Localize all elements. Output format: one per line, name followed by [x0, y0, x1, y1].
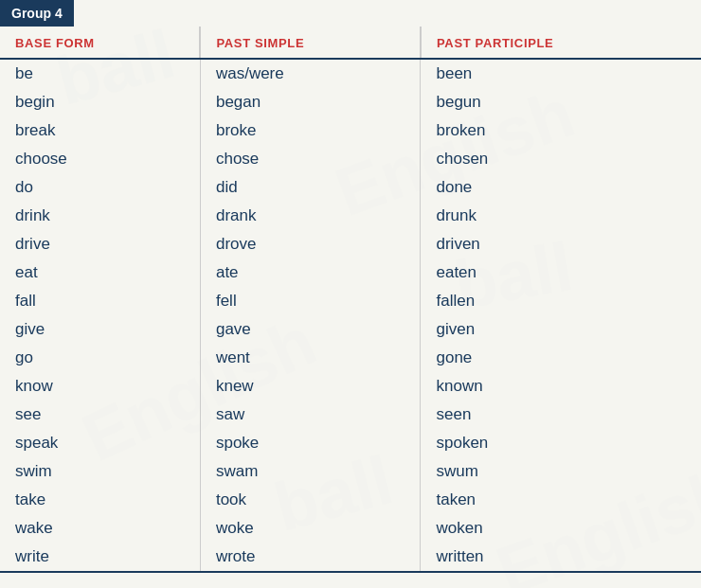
cell-past-participle: chosen: [421, 145, 701, 173]
table-row: taketooktaken: [0, 486, 701, 514]
cell-past-simple: took: [200, 486, 421, 514]
cell-past-simple: began: [200, 88, 421, 116]
col-past-simple: PAST SIMPLE: [200, 27, 421, 59]
cell-base-form: do: [0, 173, 200, 202]
table-container: BASE FORM PAST SIMPLE PAST PARTICIPLE be…: [0, 27, 701, 573]
cell-past-participle: woken: [421, 514, 701, 543]
cell-past-participle: been: [421, 59, 701, 88]
table-row: dodiddone: [0, 173, 701, 202]
table-row: knowknewknown: [0, 372, 701, 401]
cell-base-form: be: [0, 59, 200, 88]
cell-past-participle: broken: [421, 116, 701, 145]
cell-base-form: see: [0, 401, 200, 429]
cell-past-participle: drunk: [421, 202, 701, 230]
table-header-row: BASE FORM PAST SIMPLE PAST PARTICIPLE: [0, 27, 701, 59]
cell-past-simple: wrote: [200, 543, 421, 572]
cell-past-participle: eaten: [421, 258, 701, 287]
cell-past-participle: written: [421, 543, 701, 572]
cell-past-participle: gone: [421, 344, 701, 372]
table-row: writewrotewritten: [0, 543, 701, 572]
cell-past-simple: swam: [200, 457, 421, 486]
group-header: Group 4: [0, 0, 74, 27]
cell-past-simple: drove: [200, 230, 421, 258]
cell-past-participle: fallen: [421, 287, 701, 315]
cell-base-form: drink: [0, 202, 200, 230]
cell-past-simple: broke: [200, 116, 421, 145]
cell-past-participle: spoken: [421, 429, 701, 457]
cell-past-simple: chose: [200, 145, 421, 173]
cell-past-participle: done: [421, 173, 701, 202]
cell-base-form: take: [0, 486, 200, 514]
cell-base-form: swim: [0, 457, 200, 486]
irregular-verbs-table: BASE FORM PAST SIMPLE PAST PARTICIPLE be…: [0, 27, 701, 573]
cell-base-form: begin: [0, 88, 200, 116]
table-row: fallfellfallen: [0, 287, 701, 315]
page: Group 4 BASE FORM PAST SIMPLE PAST PARTI…: [0, 0, 701, 588]
table-row: beginbeganbegun: [0, 88, 701, 116]
table-row: givegavegiven: [0, 315, 701, 344]
cell-base-form: write: [0, 543, 200, 572]
table-row: breakbrokebroken: [0, 116, 701, 145]
cell-base-form: give: [0, 315, 200, 344]
cell-past-simple: was/were: [200, 59, 421, 88]
cell-past-participle: seen: [421, 401, 701, 429]
cell-base-form: drive: [0, 230, 200, 258]
cell-base-form: know: [0, 372, 200, 401]
cell-base-form: choose: [0, 145, 200, 173]
cell-past-participle: known: [421, 372, 701, 401]
cell-past-participle: given: [421, 315, 701, 344]
table-row: eatateeaten: [0, 258, 701, 287]
cell-past-participle: taken: [421, 486, 701, 514]
cell-past-simple: gave: [200, 315, 421, 344]
cell-past-participle: swum: [421, 457, 701, 486]
table-row: drinkdrankdrunk: [0, 202, 701, 230]
cell-past-simple: knew: [200, 372, 421, 401]
table-row: drivedrovedriven: [0, 230, 701, 258]
cell-base-form: eat: [0, 258, 200, 287]
col-base-form: BASE FORM: [0, 27, 200, 59]
cell-past-simple: went: [200, 344, 421, 372]
table-row: wakewokewoken: [0, 514, 701, 543]
table-row: gowentgone: [0, 344, 701, 372]
cell-past-simple: drank: [200, 202, 421, 230]
cell-base-form: fall: [0, 287, 200, 315]
table-row: seesawseen: [0, 401, 701, 429]
table-row: swimswamswum: [0, 457, 701, 486]
table-row: speakspokespoken: [0, 429, 701, 457]
cell-past-participle: driven: [421, 230, 701, 258]
cell-past-participle: begun: [421, 88, 701, 116]
cell-base-form: go: [0, 344, 200, 372]
cell-base-form: break: [0, 116, 200, 145]
cell-past-simple: spoke: [200, 429, 421, 457]
cell-past-simple: ate: [200, 258, 421, 287]
cell-base-form: wake: [0, 514, 200, 543]
cell-past-simple: did: [200, 173, 421, 202]
cell-base-form: speak: [0, 429, 200, 457]
cell-past-simple: fell: [200, 287, 421, 315]
col-past-participle: PAST PARTICIPLE: [421, 27, 701, 59]
table-row: bewas/werebeen: [0, 59, 701, 88]
cell-past-simple: saw: [200, 401, 421, 429]
cell-past-simple: woke: [200, 514, 421, 543]
table-row: choosechosechosen: [0, 145, 701, 173]
